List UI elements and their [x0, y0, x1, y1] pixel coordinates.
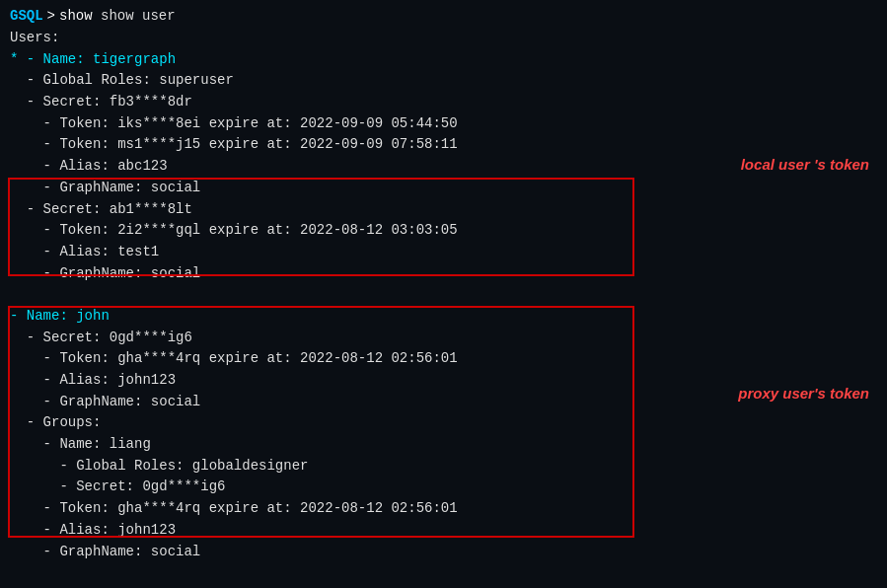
output-line-12: - Name: john	[10, 306, 877, 328]
proxy-user-token-annotation: proxy user's token	[738, 385, 869, 402]
terminal: GSQL > show show user Users: * - Name: t…	[0, 0, 887, 588]
output-line-5: - Token: ms1****j15 expire at: 2022-09-0…	[10, 134, 877, 156]
output-line-1: * - Name: tigergraph	[10, 49, 877, 71]
output-line-8: - Secret: ab1****8lt	[10, 199, 877, 221]
spacer-1	[10, 284, 877, 306]
output-line-13: - Secret: 0gd****ig6	[10, 328, 877, 349]
output-line-22: - Alias: john123	[10, 520, 877, 542]
output-line-2: - Global Roles: superuser	[10, 70, 877, 92]
output-line-23: - GraphName: social	[10, 542, 877, 563]
output-line-19: - Global Roles: globaldesigner	[10, 456, 877, 478]
local-user-token-annotation: local user 's token	[741, 156, 869, 173]
prompt-arrow: >	[47, 8, 55, 24]
output-line-21: - Token: gha****4rq expire at: 2022-08-1…	[10, 498, 877, 520]
output-line-4: - Token: iks****8ei expire at: 2022-09-0…	[10, 113, 877, 135]
prompt-line: GSQL > show show user	[10, 8, 877, 24]
users-label: Users:	[10, 28, 877, 49]
output-line-3: - Secret: fb3****8dr	[10, 92, 877, 113]
output-line-10: - Alias: test1	[10, 242, 877, 263]
output-line-9: - Token: 2i2****gql expire at: 2022-08-1…	[10, 220, 877, 242]
prompt-gsql: GSQL	[10, 8, 43, 24]
output-line-20: - Secret: 0gd****ig6	[10, 477, 877, 498]
output-line-7: - GraphName: social	[10, 178, 877, 199]
output-line-11: - GraphName: social	[10, 263, 877, 285]
prompt-command: show show user	[59, 8, 176, 24]
output-line-14: - Token: gha****4rq expire at: 2022-08-1…	[10, 348, 877, 370]
output-line-18: - Name: liang	[10, 434, 877, 456]
output-line-17: - Groups:	[10, 412, 877, 434]
command-keyword: show user	[101, 8, 176, 24]
